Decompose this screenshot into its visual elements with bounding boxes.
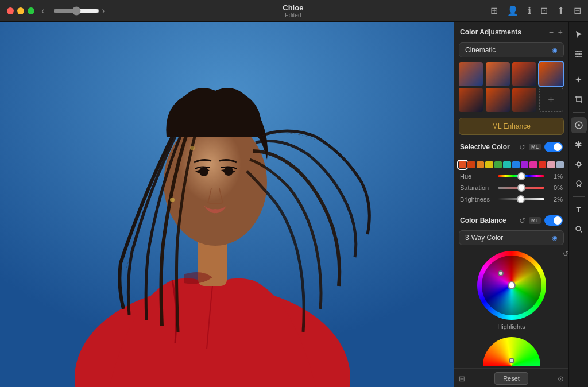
- midtones-color-wheel[interactable]: [483, 337, 540, 366]
- tool-fx[interactable]: ✱: [571, 137, 587, 153]
- tool-heal[interactable]: [571, 176, 587, 192]
- highlights-reset-icon[interactable]: ↺: [563, 250, 568, 258]
- photo-area: [0, 22, 454, 387]
- swatch-pink[interactable]: [529, 161, 537, 168]
- info-icon[interactable]: ℹ: [528, 5, 531, 16]
- saturation-value: 0%: [548, 184, 563, 191]
- color-balance-ml-badge[interactable]: ML: [529, 217, 541, 224]
- svg-point-7: [170, 198, 175, 202]
- right-panel: Color Adjustments − + Cinematic ◉: [454, 22, 568, 387]
- svg-point-9: [578, 124, 580, 126]
- reset-button[interactable]: Reset: [494, 372, 528, 385]
- share-icon[interactable]: ⬆: [557, 5, 564, 16]
- tool-selective[interactable]: [571, 156, 587, 172]
- title-area: Chloe Edited: [105, 3, 481, 18]
- layers-icon[interactable]: ⊞: [459, 374, 465, 383]
- preset-thumb-6[interactable]: [486, 88, 510, 112]
- tool-color-active[interactable]: [571, 117, 587, 133]
- hue-row: Hue 1%: [454, 171, 568, 182]
- saturation-row: Saturation 0%: [454, 182, 568, 194]
- titlebar-icons: ⊞ 👤 ℹ ⊡ ⬆ ⊟: [490, 5, 581, 16]
- selective-color-controls: ↺ ML: [519, 142, 563, 152]
- midtones-wheel-wrapper: [454, 335, 568, 368]
- preset-add-button[interactable]: +: [539, 88, 563, 112]
- panel-minus-icon[interactable]: −: [549, 28, 554, 37]
- highlights-wheel-wrapper: ↺ Highlights: [454, 247, 568, 332]
- zoom-slider-area: [53, 6, 99, 16]
- preset-thumb-4[interactable]: [539, 62, 563, 86]
- panel-plus-icon[interactable]: +: [558, 28, 563, 37]
- person-icon[interactable]: 👤: [507, 5, 519, 16]
- back-button[interactable]: ‹: [41, 6, 44, 16]
- saturation-slider-track: [498, 184, 544, 192]
- brightness-slider[interactable]: [498, 198, 544, 200]
- layout-icon[interactable]: ⊟: [574, 5, 581, 16]
- selective-color-toggle[interactable]: [544, 142, 563, 152]
- panel-header: Color Adjustments − +: [454, 22, 568, 40]
- swatch-light-blue[interactable]: [556, 161, 564, 168]
- svg-point-5: [224, 167, 233, 176]
- hue-label: Hue: [460, 173, 494, 180]
- swatch-light-pink[interactable]: [547, 161, 555, 168]
- swatch-red-orange[interactable]: [459, 161, 466, 168]
- selective-color-section-header: Selective Color ↺ ML: [454, 138, 568, 154]
- swatch-orange[interactable]: [477, 161, 484, 168]
- tool-cursor[interactable]: [571, 26, 587, 42]
- panel-title: Color Adjustments: [460, 28, 521, 36]
- svg-point-4: [199, 167, 208, 176]
- color-mode-label: 3-Way Color: [465, 234, 503, 242]
- selective-color-label: Selective Color: [460, 143, 510, 151]
- photo-title: Chloe: [283, 3, 303, 12]
- highlights-color-wheel[interactable]: [477, 251, 546, 320]
- color-balance-reset-icon[interactable]: ↺: [519, 216, 525, 225]
- midtones-wheel-handle[interactable]: [509, 358, 514, 363]
- traffic-lights: [7, 7, 34, 14]
- brightness-value: -2%: [548, 196, 563, 203]
- color-swatches-row: [454, 159, 568, 171]
- preset-thumb-3[interactable]: [512, 62, 536, 86]
- preset-thumb-7[interactable]: [512, 88, 536, 112]
- swatch-blue[interactable]: [512, 161, 520, 168]
- swatch-crimson[interactable]: [539, 161, 546, 168]
- svg-point-11: [577, 181, 581, 185]
- selective-color-ml-badge[interactable]: ML: [529, 144, 541, 150]
- tool-search[interactable]: [571, 221, 587, 237]
- color-mode-dropdown[interactable]: 3-Way Color ◉: [459, 230, 564, 245]
- highlights-wheel-center: [508, 281, 516, 289]
- tool-separator-3: [573, 196, 585, 197]
- tool-crop[interactable]: [571, 91, 587, 107]
- ml-enhance-button[interactable]: ML Enhance: [459, 118, 564, 135]
- saturation-slider[interactable]: [498, 187, 544, 189]
- svg-point-6: [190, 146, 195, 150]
- swatch-red[interactable]: [467, 161, 475, 168]
- swatch-green[interactable]: [494, 161, 502, 168]
- tool-adjust[interactable]: [571, 46, 587, 62]
- hue-slider[interactable]: [498, 175, 544, 177]
- main-area: Color Adjustments − + Cinematic ◉: [0, 22, 588, 387]
- color-balance-toggle[interactable]: [544, 215, 563, 226]
- swatch-purple[interactable]: [521, 161, 528, 168]
- svg-point-12: [576, 226, 581, 231]
- swatch-teal[interactable]: [503, 161, 510, 168]
- preset-thumb-2[interactable]: [486, 62, 510, 86]
- tool-text[interactable]: T: [571, 202, 587, 218]
- zoom-slider[interactable]: [53, 6, 99, 16]
- preset-dropdown[interactable]: Cinematic ◉: [459, 42, 564, 57]
- highlights-wheel-label: Highlights: [497, 323, 525, 330]
- tool-star[interactable]: ✦: [571, 72, 587, 88]
- minimize-button[interactable]: [17, 7, 24, 14]
- preset-label: Cinematic: [465, 46, 496, 54]
- preset-thumb-1[interactable]: [459, 62, 483, 86]
- panel-options-icon[interactable]: ⊙: [558, 374, 564, 383]
- preset-thumb-5[interactable]: [459, 88, 483, 112]
- titlebar: ‹ › Chloe Edited ⊞ 👤 ℹ ⊡ ⬆ ⊟: [0, 0, 588, 22]
- crop-icon[interactable]: ⊡: [540, 5, 548, 16]
- swatch-yellow[interactable]: [485, 161, 493, 168]
- color-balance-label: Color Balance: [460, 216, 506, 225]
- grid-view-icon[interactable]: ⊞: [490, 5, 498, 16]
- close-button[interactable]: [7, 7, 14, 14]
- maximize-button[interactable]: [28, 7, 34, 14]
- selective-color-reset-icon[interactable]: ↺: [519, 143, 525, 152]
- hue-value: 1%: [548, 173, 563, 180]
- highlights-wheel-handle[interactable]: [498, 270, 504, 276]
